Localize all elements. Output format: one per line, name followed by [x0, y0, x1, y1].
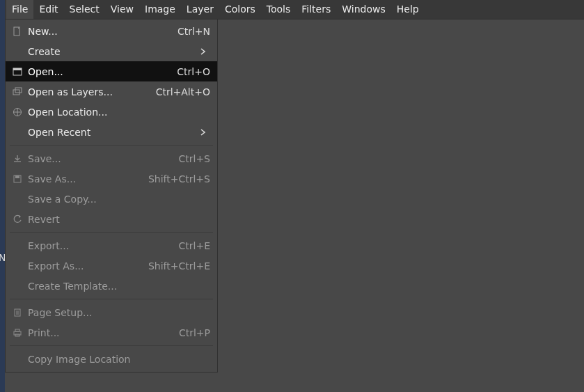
menu-item-accel: Ctrl+S — [178, 153, 210, 164]
file-open-location[interactable]: Open Location... — [6, 102, 217, 122]
menu-item-accel: Ctrl+N — [177, 26, 210, 37]
menubar: File Edit Select View Image Layer Colors… — [5, 0, 584, 19]
menu-item-label: Save As... — [25, 173, 148, 185]
menu-item-label: Create — [25, 46, 200, 57]
menu-edit[interactable]: Edit — [33, 0, 63, 19]
menu-item-label: Save a Copy... — [25, 194, 210, 205]
menu-separator — [10, 299, 213, 299]
file-create-template[interactable]: Create Template... — [6, 276, 217, 296]
menu-help[interactable]: Help — [391, 0, 425, 19]
layers-icon — [10, 87, 25, 97]
menu-item-accel: Shift+Ctrl+S — [148, 173, 210, 185]
chevron-right-icon — [200, 129, 210, 136]
menu-windows[interactable]: Windows — [336, 0, 391, 19]
menu-filters[interactable]: Filters — [296, 0, 336, 19]
file-save[interactable]: Save... Ctrl+S — [6, 148, 217, 168]
file-open-as-layers[interactable]: Open as Layers... Ctrl+Alt+O — [6, 81, 217, 102]
file-export[interactable]: Export... Ctrl+E — [6, 235, 217, 256]
menu-item-label: Open... — [25, 66, 177, 77]
menu-item-accel: Ctrl+P — [179, 327, 210, 338]
globe-icon — [10, 107, 25, 117]
menu-item-label: Open Location... — [25, 107, 210, 118]
menu-view[interactable]: View — [105, 0, 139, 19]
save-icon — [10, 154, 25, 164]
menu-label: Image — [145, 3, 175, 15]
revert-icon — [10, 214, 25, 224]
svg-rect-10 — [15, 329, 19, 331]
menu-tools[interactable]: Tools — [261, 0, 297, 19]
menu-item-label: Copy Image Location — [25, 354, 210, 365]
file-export-as[interactable]: Export As... Shift+Ctrl+E — [6, 256, 217, 276]
file-save-as[interactable]: Save As... Shift+Ctrl+S — [6, 168, 217, 189]
window-left-strip: N — [0, 0, 5, 392]
file-save-copy[interactable]: Save a Copy... — [6, 189, 217, 209]
file-open[interactable]: Open... Ctrl+O — [6, 61, 217, 81]
svg-rect-2 — [13, 68, 22, 70]
menu-label: Windows — [342, 3, 386, 15]
file-create[interactable]: Create — [6, 41, 217, 61]
svg-rect-7 — [15, 175, 19, 178]
menu-separator — [10, 345, 213, 346]
menu-item-label: Create Template... — [25, 281, 210, 292]
menu-label: Filters — [301, 3, 331, 15]
document-open-icon — [10, 67, 25, 77]
menu-label: View — [111, 3, 134, 15]
menu-label: Select — [70, 3, 100, 15]
save-as-icon — [10, 174, 25, 184]
page-setup-icon — [10, 308, 25, 317]
menu-label: Colors — [225, 3, 255, 15]
menu-label: Edit — [39, 3, 58, 15]
menu-item-label: Open as Layers... — [25, 86, 156, 97]
menu-separator — [10, 232, 213, 233]
menu-item-label: New... — [25, 26, 177, 37]
menu-layer[interactable]: Layer — [181, 0, 219, 19]
file-page-setup[interactable]: Page Setup... — [6, 302, 217, 322]
menu-label: Layer — [187, 3, 214, 15]
menu-item-accel: Shift+Ctrl+E — [148, 260, 210, 272]
menu-item-label: Export... — [25, 240, 179, 251]
file-open-recent[interactable]: Open Recent — [6, 122, 217, 142]
file-print[interactable]: Print... Ctrl+P — [6, 322, 217, 343]
menu-label: Help — [397, 3, 419, 15]
menu-item-label: Revert — [25, 214, 210, 225]
menu-file[interactable]: File — [6, 0, 33, 19]
menu-item-label: Open Recent — [25, 127, 200, 138]
document-new-icon — [10, 26, 25, 36]
menu-item-label: Print... — [25, 327, 179, 338]
file-dropdown: New... Ctrl+N Create Open... Ctrl+O Open… — [5, 19, 218, 373]
chevron-right-icon — [200, 48, 210, 55]
menu-select[interactable]: Select — [64, 0, 105, 19]
menu-item-label: Export As... — [25, 260, 148, 272]
menu-colors[interactable]: Colors — [219, 0, 261, 19]
print-icon — [10, 328, 25, 338]
menu-item-accel: Ctrl+E — [179, 240, 211, 251]
canvas-area — [218, 19, 584, 392]
menu-item-label: Save... — [25, 153, 178, 164]
menu-label: Tools — [267, 3, 291, 15]
menu-label: File — [12, 3, 28, 15]
file-new[interactable]: New... Ctrl+N — [6, 21, 217, 41]
menu-item-label: Page Setup... — [25, 307, 210, 318]
file-copy-image-location[interactable]: Copy Image Location — [6, 349, 217, 369]
menu-item-accel: Ctrl+Alt+O — [156, 86, 210, 97]
menu-item-accel: Ctrl+O — [177, 66, 210, 77]
menu-separator — [10, 145, 213, 146]
file-revert[interactable]: Revert — [6, 209, 217, 229]
menu-image[interactable]: Image — [139, 0, 181, 19]
